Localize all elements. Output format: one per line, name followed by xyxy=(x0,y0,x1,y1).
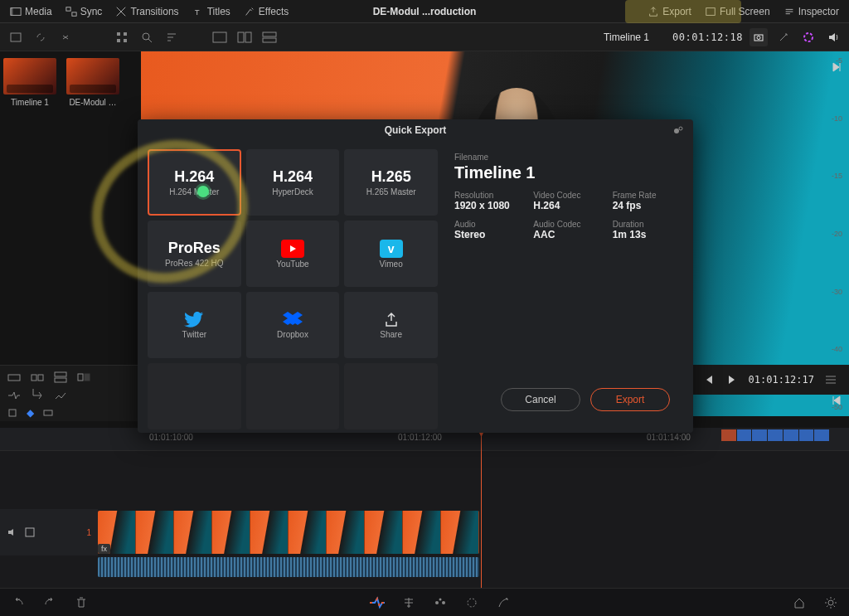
solo-icon[interactable] xyxy=(25,527,35,537)
media-clip[interactable]: DE-Modul … xyxy=(66,58,119,107)
viewer-timecode[interactable]: 00:01:12:18 xyxy=(672,32,743,43)
nav-export[interactable]: Export xyxy=(643,4,696,19)
trash-icon[interactable] xyxy=(71,593,91,613)
svg-point-34 xyxy=(439,598,442,600)
menu-icon[interactable] xyxy=(824,373,837,386)
camera-icon[interactable] xyxy=(750,28,768,46)
nav-media[interactable]: Media xyxy=(5,4,57,19)
svg-rect-3 xyxy=(72,12,76,15)
track-header-v1[interactable]: 1 xyxy=(0,509,98,555)
nav-fullscreen[interactable]: Full Screen xyxy=(700,4,775,19)
preset-empty xyxy=(246,363,340,429)
svg-point-33 xyxy=(442,601,445,604)
overwrite-clip-icon[interactable] xyxy=(30,371,45,384)
svg-rect-2 xyxy=(66,7,70,10)
clip-thumbnail xyxy=(66,58,119,95)
mute-icon[interactable] xyxy=(7,526,18,538)
media-pool: Timeline 1 DE-Modul … xyxy=(0,51,141,416)
link-tool-icon[interactable] xyxy=(32,28,50,46)
export-button[interactable]: Export xyxy=(590,388,670,411)
viewer-mode-2-icon[interactable] xyxy=(235,28,254,46)
nav-sync-label: Sync xyxy=(80,6,103,17)
preset-dropbox[interactable]: Dropbox xyxy=(246,292,340,358)
nav-titles-label: Titles xyxy=(207,6,230,17)
grid-view-icon[interactable] xyxy=(113,28,131,46)
home-icon[interactable] xyxy=(789,593,809,613)
dropbox-icon xyxy=(283,312,303,328)
jump-last-icon[interactable] xyxy=(831,61,842,73)
replace-clip-icon[interactable] xyxy=(53,371,68,384)
next-frame-icon[interactable] xyxy=(725,373,739,386)
audio-clip[interactable] xyxy=(98,557,479,577)
timeline-minimap[interactable] xyxy=(721,429,829,441)
page-fusion-icon[interactable] xyxy=(430,593,450,613)
nav-sync[interactable]: Sync xyxy=(61,4,108,19)
import-tool-icon[interactable] xyxy=(7,28,25,46)
info-audio: Stereo xyxy=(454,229,525,240)
nav-effects[interactable]: Effects xyxy=(239,4,294,19)
prev-frame-icon[interactable] xyxy=(702,373,716,386)
jump-first-icon[interactable] xyxy=(831,395,842,406)
svg-rect-31 xyxy=(26,528,34,536)
page-cut-icon[interactable] xyxy=(367,593,387,613)
svg-rect-28 xyxy=(44,410,52,415)
smart-insert-icon[interactable] xyxy=(7,389,22,402)
media-clip[interactable]: Timeline 1 xyxy=(3,58,56,107)
cancel-button[interactable]: Cancel xyxy=(501,388,580,411)
info-acodec: AAC xyxy=(533,229,604,240)
fx-badge[interactable]: fx xyxy=(98,544,110,554)
preset-youtube[interactable]: YouTube xyxy=(246,221,340,287)
redo-icon[interactable] xyxy=(40,593,60,613)
flag-icon[interactable]: ◆ xyxy=(27,407,34,419)
append-icon[interactable] xyxy=(30,389,45,402)
page-edit-icon[interactable] xyxy=(399,593,419,613)
viewer-mode-3-icon[interactable] xyxy=(260,28,279,46)
preset-twitter[interactable]: Twitter xyxy=(148,292,241,358)
info-fps: 24 fps xyxy=(613,200,683,211)
info-vcodec: H.264 xyxy=(533,200,604,211)
preset-share[interactable]: Share xyxy=(344,292,438,358)
fit-clip-icon[interactable] xyxy=(76,371,91,384)
playhead[interactable] xyxy=(481,428,482,588)
ripple-icon[interactable] xyxy=(53,389,68,402)
transport-timecode[interactable]: 01:01:12:17 xyxy=(749,374,814,386)
page-color-icon[interactable] xyxy=(462,593,482,613)
manage-presets-icon[interactable] xyxy=(672,124,685,138)
preset-h264-hyperdeck[interactable]: H.264 HyperDeck xyxy=(246,149,340,216)
settings-icon[interactable] xyxy=(821,593,841,613)
viewer-mode-1-icon[interactable] xyxy=(211,28,229,46)
insert-clip-icon[interactable] xyxy=(7,371,22,384)
svg-rect-23 xyxy=(55,372,66,376)
audio-meter-scale: -5-10-15-20-30-40-50 xyxy=(822,56,846,411)
link2-tool-icon[interactable] xyxy=(56,28,75,46)
viewer-toolbar: Timeline 1 00:01:12:18 xyxy=(0,23,849,51)
bypass-fx-icon[interactable] xyxy=(774,28,793,46)
preset-vimeo[interactable]: v Vimeo xyxy=(344,221,438,287)
preset-h264-master[interactable]: H.264 H.264 Master xyxy=(148,149,241,216)
speaker-icon[interactable] xyxy=(824,28,842,46)
svg-point-32 xyxy=(435,601,439,604)
preset-h265-master[interactable]: H.265 H.265 Master xyxy=(344,149,438,216)
linked-icon[interactable] xyxy=(42,407,54,419)
nav-effects-label: Effects xyxy=(259,6,289,17)
preset-prores[interactable]: ProRes ProRes 422 HQ xyxy=(148,221,241,287)
twitter-icon xyxy=(184,312,204,328)
vimeo-icon: v xyxy=(380,240,403,258)
svg-rect-22 xyxy=(38,375,43,381)
svg-rect-26 xyxy=(85,374,90,381)
page-deliver-icon[interactable] xyxy=(493,593,513,613)
svg-point-36 xyxy=(828,600,833,605)
nav-fullscreen-label: Full Screen xyxy=(720,6,770,17)
nav-transitions[interactable]: Transitions xyxy=(110,4,183,19)
nav-titles[interactable]: T Titles xyxy=(187,4,235,19)
marker-icon[interactable] xyxy=(7,407,18,419)
svg-rect-24 xyxy=(55,378,66,382)
undo-icon[interactable] xyxy=(8,593,28,613)
sort-icon[interactable] xyxy=(163,28,181,46)
viewer-timeline-name[interactable]: Timeline 1 xyxy=(604,32,649,43)
flyaway-icon[interactable] xyxy=(799,28,817,46)
svg-rect-15 xyxy=(263,32,276,36)
search-icon[interactable] xyxy=(138,28,156,46)
nav-inspector[interactable]: Inspector xyxy=(779,4,844,19)
video-clip[interactable]: fx xyxy=(98,511,479,554)
